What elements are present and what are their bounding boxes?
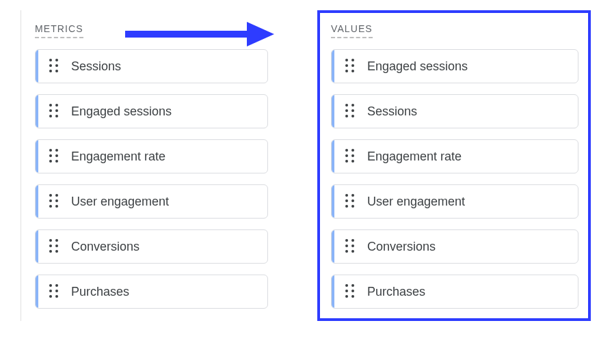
value-pill[interactable]: Sessions — [331, 94, 578, 128]
drag-handle-icon[interactable] — [49, 59, 59, 74]
drag-handle-icon[interactable] — [345, 149, 355, 164]
pill-accent — [332, 140, 334, 173]
drag-handle-icon[interactable] — [49, 239, 59, 254]
metric-label: Conversions — [71, 240, 139, 254]
drag-handle-icon[interactable] — [345, 104, 355, 119]
drag-handle-icon[interactable] — [345, 284, 355, 299]
metric-pill[interactable]: Conversions — [35, 229, 268, 264]
drag-handle-icon[interactable] — [345, 194, 355, 209]
metric-pill[interactable]: Engaged sessions — [35, 94, 268, 128]
metric-label: User engagement — [71, 195, 169, 209]
value-label: Sessions — [367, 104, 417, 119]
pill-accent — [36, 50, 38, 83]
drag-handle-icon[interactable] — [49, 284, 59, 299]
metrics-panel: METRICS Sessions Engaged sessions Engage… — [21, 10, 280, 321]
value-pill[interactable]: Engaged sessions — [331, 49, 578, 83]
value-pill[interactable]: Engagement rate — [331, 139, 578, 173]
value-pill[interactable]: Conversions — [331, 229, 578, 264]
drag-handle-icon[interactable] — [345, 59, 355, 74]
metric-pill[interactable]: Engagement rate — [35, 139, 268, 173]
value-pill[interactable]: User engagement — [331, 184, 578, 219]
value-label: Conversions — [367, 240, 436, 254]
value-label: User engagement — [367, 195, 465, 209]
drag-handle-icon[interactable] — [345, 239, 355, 254]
drag-handle-icon[interactable] — [49, 104, 59, 119]
pill-accent — [332, 185, 334, 218]
value-pill[interactable]: Purchases — [331, 275, 578, 309]
pill-accent — [332, 95, 334, 128]
metric-label: Sessions — [71, 59, 121, 74]
metrics-heading: METRICS — [35, 23, 83, 38]
pill-accent — [332, 50, 334, 83]
pill-accent — [36, 230, 38, 263]
values-heading: VALUES — [331, 23, 373, 38]
pill-accent — [36, 185, 38, 218]
metric-label: Purchases — [71, 285, 129, 299]
drag-handle-icon[interactable] — [49, 194, 59, 209]
pill-accent — [332, 275, 334, 308]
value-label: Purchases — [367, 285, 425, 299]
value-label: Engagement rate — [367, 150, 462, 164]
metric-pill[interactable]: Sessions — [35, 49, 268, 83]
drag-handle-icon[interactable] — [49, 149, 59, 164]
pill-accent — [36, 140, 38, 173]
metric-pill[interactable]: Purchases — [35, 275, 268, 309]
value-label: Engaged sessions — [367, 59, 468, 74]
metric-pill[interactable]: User engagement — [35, 184, 268, 219]
pill-accent — [332, 230, 334, 263]
metric-label: Engaged sessions — [71, 104, 172, 119]
pill-accent — [36, 275, 38, 308]
pill-accent — [36, 95, 38, 128]
metric-label: Engagement rate — [71, 150, 165, 164]
values-panel: VALUES Engaged sessions Sessions Engagem… — [317, 10, 591, 321]
